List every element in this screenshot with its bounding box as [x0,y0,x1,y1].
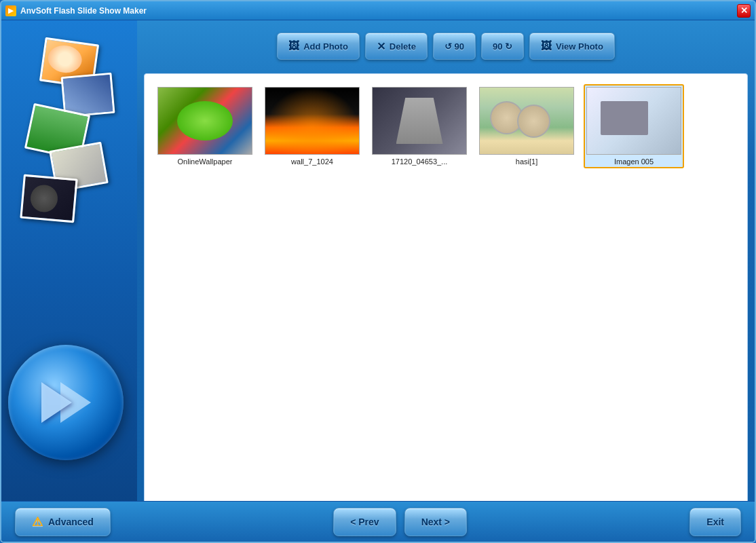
photo-thumb-1[interactable]: OnlineWallpaper [155,84,255,168]
title-bar-left: ▶ AnvSoft Flash Slide Show Maker [5,5,147,16]
exit-label: Exit [706,517,724,527]
photo-thumb-bg-5 [587,88,681,154]
delete-icon: ✕ [377,40,385,53]
next-label: Next > [421,517,450,527]
logo-circle [8,345,124,460]
title-bar: ▶ AnvSoft Flash Slide Show Maker ✕ [1,1,755,20]
prev-label: < Prev [350,517,379,527]
photo-thumb-bg-2 [265,88,359,154]
photo-thumb-img-3 [372,87,467,155]
add-photo-button[interactable]: 🖼 Add Photo [277,33,360,60]
sidebar-background [1,20,137,542]
play-arrows [41,382,91,423]
photo-thumb-bg-4 [480,88,573,154]
window-title: AnvSoft Flash Slide Show Maker [20,6,147,16]
rotate-right-label: 90 ↻ [493,41,512,52]
photo-thumb-2[interactable]: wall_7_1024 [262,84,362,168]
photo-thumb-4[interactable]: hasi[1] [476,84,577,168]
rotate-left-label: ↺ 90 [445,41,464,52]
photo-thumb-label-1: OnlineWallpaper [178,157,233,166]
advanced-label: Advanced [48,517,94,527]
bottom-bar: ⚠ Advanced < Prev Next > Exit [1,501,755,542]
view-photo-button[interactable]: 🖼 View Photo [529,33,615,60]
photo-thumb-img-1 [157,87,252,155]
advanced-button[interactable]: ⚠ Advanced [15,508,111,536]
photo-grid: OnlineWallpaperwall_7_102417120_04653_..… [155,84,737,168]
photo-thumb-label-5: Imagen 005 [614,157,654,166]
rotate-left-button[interactable]: ↺ 90 [433,33,476,60]
photo-thumb-img-5 [586,87,681,155]
next-button[interactable]: Next > [404,508,467,536]
close-button[interactable]: ✕ [737,4,751,18]
photo-thumb-label-3: 17120_04653_... [392,157,448,166]
content-area: 🖼 Add Photo ✕ Delete ↺ 90 90 ↻ 🖼 View Ph… [137,20,755,542]
nav-center: < Prev Next > [333,508,467,536]
view-photo-label: View Photo [556,41,603,52]
photo-thumb-bg-1 [158,88,252,154]
photo-thumb-3[interactable]: 17120_04653_... [369,84,470,168]
add-photo-icon: 🖼 [288,40,299,52]
photo-stack-decoration [8,41,130,231]
photo-thumb-label-2: wall_7_1024 [291,157,333,166]
main-content: 🖼 Add Photo ✕ Delete ↺ 90 90 ↻ 🖼 View Ph… [1,20,755,542]
rotate-right-button[interactable]: 90 ↻ [481,33,524,60]
sidebar [1,20,137,542]
view-photo-icon: 🖼 [541,40,552,52]
photo-thumb-5[interactable]: Imagen 005 [584,84,684,168]
delete-button[interactable]: ✕ Delete [365,33,428,60]
delete-label: Delete [390,41,416,52]
main-window: ▶ AnvSoft Flash Slide Show Maker ✕ [0,0,756,543]
warning-icon: ⚠ [32,514,43,529]
photo-thumb-img-2 [265,87,360,155]
deco-photo-5 [20,174,77,223]
photo-grid-container: OnlineWallpaperwall_7_102417120_04653_..… [144,73,748,519]
toolbar: 🖼 Add Photo ✕ Delete ↺ 90 90 ↻ 🖼 View Ph… [144,27,748,65]
add-photo-label: Add Photo [303,41,348,52]
photo-thumb-img-4 [479,87,574,155]
photo-thumb-bg-3 [373,88,466,154]
arrow-1 [41,382,72,423]
app-icon: ▶ [5,5,16,16]
prev-button[interactable]: < Prev [333,508,396,536]
exit-button[interactable]: Exit [689,508,741,536]
photo-thumb-label-4: hasi[1] [516,157,537,166]
